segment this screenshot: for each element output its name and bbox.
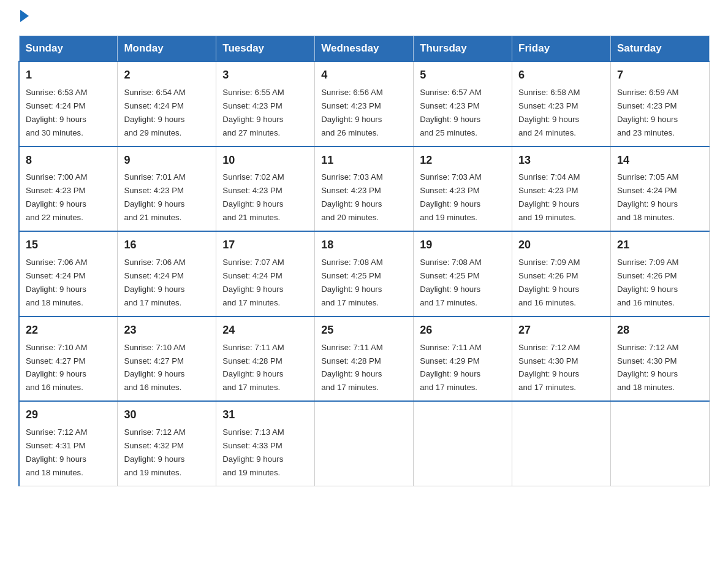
day-number: 17 <box>222 237 308 254</box>
day-info: Sunrise: 7:08 AMSunset: 4:25 PMDaylight:… <box>420 258 481 307</box>
day-info: Sunrise: 7:06 AMSunset: 4:24 PMDaylight:… <box>124 258 185 307</box>
logo-arrow-icon <box>20 10 29 22</box>
day-number: 8 <box>26 152 111 169</box>
calendar-cell: 28 Sunrise: 7:12 AMSunset: 4:30 PMDaylig… <box>611 316 710 402</box>
calendar-cell: 25 Sunrise: 7:11 AMSunset: 4:28 PMDaylig… <box>315 316 414 402</box>
day-number: 24 <box>222 322 308 339</box>
day-number: 1 <box>26 67 111 84</box>
weekday-header-sunday: Sunday <box>19 36 118 62</box>
week-row-4: 22 Sunrise: 7:10 AMSunset: 4:27 PMDaylig… <box>19 316 710 402</box>
day-number: 22 <box>26 322 111 339</box>
day-number: 23 <box>124 322 210 339</box>
day-info: Sunrise: 7:02 AMSunset: 4:23 PMDaylight:… <box>222 172 284 222</box>
day-info: Sunrise: 7:10 AMSunset: 4:27 PMDaylight:… <box>26 343 87 393</box>
day-number: 19 <box>420 237 506 254</box>
weekday-header-friday: Friday <box>512 36 611 62</box>
calendar-cell: 23 Sunrise: 7:10 AMSunset: 4:27 PMDaylig… <box>118 316 216 402</box>
calendar-cell: 22 Sunrise: 7:10 AMSunset: 4:27 PMDaylig… <box>19 316 118 402</box>
calendar-cell: 6 Sunrise: 6:58 AMSunset: 4:23 PMDayligh… <box>512 61 611 147</box>
day-info: Sunrise: 7:11 AMSunset: 4:29 PMDaylight:… <box>420 343 481 393</box>
calendar-cell: 19 Sunrise: 7:08 AMSunset: 4:25 PMDaylig… <box>414 231 512 316</box>
day-number: 14 <box>617 152 703 169</box>
day-number: 2 <box>124 67 210 84</box>
day-info: Sunrise: 7:11 AMSunset: 4:28 PMDaylight:… <box>222 343 284 393</box>
calendar-cell <box>512 401 611 486</box>
week-row-5: 29 Sunrise: 7:12 AMSunset: 4:31 PMDaylig… <box>19 401 710 486</box>
day-number: 11 <box>321 152 407 169</box>
day-info: Sunrise: 7:01 AMSunset: 4:23 PMDaylight:… <box>124 172 185 222</box>
calendar-cell: 1 Sunrise: 6:53 AMSunset: 4:24 PMDayligh… <box>19 61 118 147</box>
calendar-cell: 7 Sunrise: 6:59 AMSunset: 4:23 PMDayligh… <box>611 61 710 147</box>
day-info: Sunrise: 7:13 AMSunset: 4:33 PMDaylight:… <box>222 427 284 477</box>
day-info: Sunrise: 6:54 AMSunset: 4:24 PMDaylight:… <box>124 88 185 137</box>
day-info: Sunrise: 7:04 AMSunset: 4:23 PMDaylight:… <box>518 172 580 222</box>
day-number: 25 <box>321 322 407 339</box>
day-number: 5 <box>420 67 506 84</box>
calendar-cell: 9 Sunrise: 7:01 AMSunset: 4:23 PMDayligh… <box>118 147 216 232</box>
calendar-cell: 12 Sunrise: 7:03 AMSunset: 4:23 PMDaylig… <box>414 147 512 232</box>
weekday-header-monday: Monday <box>118 36 216 62</box>
week-row-3: 15 Sunrise: 7:06 AMSunset: 4:24 PMDaylig… <box>19 231 710 316</box>
day-info: Sunrise: 6:59 AMSunset: 4:23 PMDaylight:… <box>617 88 678 137</box>
day-info: Sunrise: 7:12 AMSunset: 4:30 PMDaylight:… <box>518 343 580 393</box>
calendar-cell: 13 Sunrise: 7:04 AMSunset: 4:23 PMDaylig… <box>512 147 611 232</box>
day-number: 10 <box>222 152 308 169</box>
calendar-cell: 2 Sunrise: 6:54 AMSunset: 4:24 PMDayligh… <box>118 61 216 147</box>
day-number: 13 <box>518 152 604 169</box>
day-info: Sunrise: 7:09 AMSunset: 4:26 PMDaylight:… <box>518 258 580 307</box>
calendar-cell: 10 Sunrise: 7:02 AMSunset: 4:23 PMDaylig… <box>216 147 315 232</box>
calendar-cell: 30 Sunrise: 7:12 AMSunset: 4:32 PMDaylig… <box>118 401 216 486</box>
day-number: 18 <box>321 237 407 254</box>
day-info: Sunrise: 7:12 AMSunset: 4:32 PMDaylight:… <box>124 427 185 477</box>
calendar-cell: 31 Sunrise: 7:13 AMSunset: 4:33 PMDaylig… <box>216 401 315 486</box>
weekday-header-tuesday: Tuesday <box>216 36 315 62</box>
calendar-cell <box>315 401 414 486</box>
day-info: Sunrise: 7:07 AMSunset: 4:24 PMDaylight:… <box>222 258 284 307</box>
day-info: Sunrise: 7:11 AMSunset: 4:28 PMDaylight:… <box>321 343 382 393</box>
day-info: Sunrise: 7:03 AMSunset: 4:23 PMDaylight:… <box>420 172 481 222</box>
calendar-cell: 24 Sunrise: 7:11 AMSunset: 4:28 PMDaylig… <box>216 316 315 402</box>
day-number: 7 <box>617 67 703 84</box>
day-number: 6 <box>518 67 604 84</box>
day-info: Sunrise: 7:12 AMSunset: 4:31 PMDaylight:… <box>26 427 87 477</box>
calendar-cell: 16 Sunrise: 7:06 AMSunset: 4:24 PMDaylig… <box>118 231 216 316</box>
weekday-header-saturday: Saturday <box>611 36 710 62</box>
day-number: 29 <box>26 407 111 424</box>
calendar-cell: 8 Sunrise: 7:00 AMSunset: 4:23 PMDayligh… <box>19 147 118 232</box>
weekday-header-row: SundayMondayTuesdayWednesdayThursdayFrid… <box>19 36 710 62</box>
day-number: 31 <box>222 407 308 424</box>
page-header <box>18 12 710 25</box>
weekday-header-wednesday: Wednesday <box>315 36 414 62</box>
calendar-cell <box>611 401 710 486</box>
calendar-cell <box>414 401 512 486</box>
day-info: Sunrise: 7:05 AMSunset: 4:24 PMDaylight:… <box>617 172 678 222</box>
day-info: Sunrise: 6:57 AMSunset: 4:23 PMDaylight:… <box>420 88 481 137</box>
day-info: Sunrise: 6:58 AMSunset: 4:23 PMDaylight:… <box>518 88 580 137</box>
day-info: Sunrise: 6:56 AMSunset: 4:23 PMDaylight:… <box>321 88 382 137</box>
day-number: 3 <box>222 67 308 84</box>
day-number: 15 <box>26 237 111 254</box>
week-row-1: 1 Sunrise: 6:53 AMSunset: 4:24 PMDayligh… <box>19 61 710 147</box>
day-info: Sunrise: 7:10 AMSunset: 4:27 PMDaylight:… <box>124 343 185 393</box>
week-row-2: 8 Sunrise: 7:00 AMSunset: 4:23 PMDayligh… <box>19 147 710 232</box>
day-number: 9 <box>124 152 210 169</box>
day-number: 28 <box>617 322 703 339</box>
day-number: 4 <box>321 67 407 84</box>
day-number: 16 <box>124 237 210 254</box>
day-number: 27 <box>518 322 604 339</box>
calendar-table: SundayMondayTuesdayWednesdayThursdayFrid… <box>18 36 710 486</box>
calendar-cell: 5 Sunrise: 6:57 AMSunset: 4:23 PMDayligh… <box>414 61 512 147</box>
calendar-cell: 20 Sunrise: 7:09 AMSunset: 4:26 PMDaylig… <box>512 231 611 316</box>
day-number: 26 <box>420 322 506 339</box>
calendar-cell: 3 Sunrise: 6:55 AMSunset: 4:23 PMDayligh… <box>216 61 315 147</box>
day-info: Sunrise: 7:03 AMSunset: 4:23 PMDaylight:… <box>321 172 382 222</box>
calendar-cell: 29 Sunrise: 7:12 AMSunset: 4:31 PMDaylig… <box>19 401 118 486</box>
day-info: Sunrise: 7:00 AMSunset: 4:23 PMDaylight:… <box>26 172 87 222</box>
day-number: 30 <box>124 407 210 424</box>
calendar-cell: 18 Sunrise: 7:08 AMSunset: 4:25 PMDaylig… <box>315 231 414 316</box>
day-info: Sunrise: 7:09 AMSunset: 4:26 PMDaylight:… <box>617 258 678 307</box>
day-number: 20 <box>518 237 604 254</box>
day-number: 21 <box>617 237 703 254</box>
calendar-cell: 21 Sunrise: 7:09 AMSunset: 4:26 PMDaylig… <box>611 231 710 316</box>
day-info: Sunrise: 6:55 AMSunset: 4:23 PMDaylight:… <box>222 88 284 137</box>
